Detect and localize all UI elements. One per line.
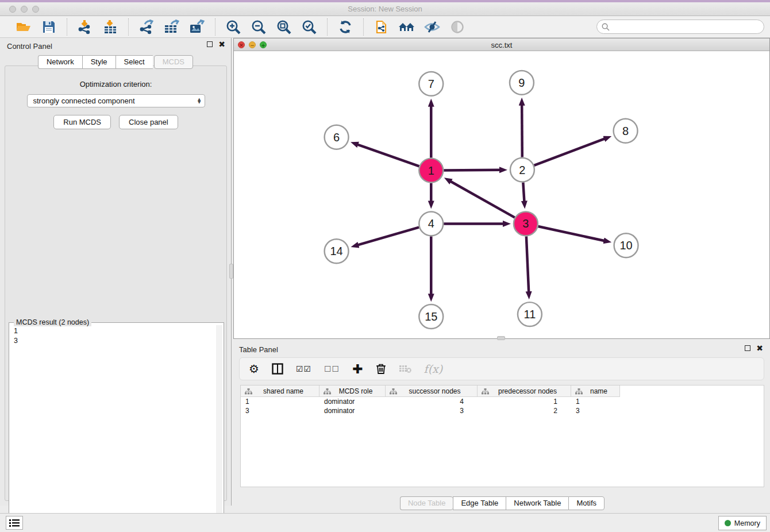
- graph-node-8[interactable]: 8: [614, 119, 638, 143]
- graph-node-11[interactable]: 11: [518, 302, 542, 326]
- zoom-in-icon: [226, 20, 241, 34]
- node-label: 15: [425, 310, 437, 323]
- graph-node-14[interactable]: 14: [325, 239, 349, 263]
- criterion-value: strongly connected component: [33, 97, 198, 105]
- export-image-button[interactable]: [188, 18, 206, 36]
- export-network-button[interactable]: [138, 18, 155, 36]
- mcds-tab-content: Optimization criterion: strongly connect…: [5, 65, 227, 501]
- mcds-result-list[interactable]: 1 3: [10, 325, 215, 532]
- table-row[interactable]: 3dominator323: [241, 406, 764, 415]
- edge-1-6[interactable]: [357, 144, 419, 166]
- show-button[interactable]: [449, 18, 466, 36]
- network-document-button[interactable]: [373, 18, 390, 36]
- import-table-button[interactable]: [102, 18, 119, 36]
- node-label: 1: [428, 164, 434, 177]
- zoom-fit-icon: [276, 20, 291, 34]
- graph-node-7[interactable]: 7: [419, 72, 443, 96]
- edge-2-9[interactable]: [522, 105, 522, 157]
- float-table-panel-icon[interactable]: [745, 345, 750, 351]
- hide-icon: [424, 21, 440, 33]
- save-session-button[interactable]: [40, 18, 57, 36]
- zoom-out-icon: [251, 20, 266, 34]
- close-panel-button[interactable]: Close panel: [119, 115, 178, 129]
- tab-mcds[interactable]: MCDS: [154, 55, 193, 69]
- refresh-layout-button[interactable]: [337, 18, 354, 36]
- zoom-out-button[interactable]: [250, 18, 267, 36]
- select-all-icon[interactable]: ☑☑: [296, 364, 311, 373]
- session-title: Session: New Session: [0, 5, 770, 13]
- tab-network[interactable]: Network: [38, 55, 82, 69]
- network-graph[interactable]: 7968124314101511: [234, 51, 769, 338]
- home-button[interactable]: [398, 18, 415, 36]
- settings-gear-icon[interactable]: ⚙: [249, 362, 259, 376]
- edge-3-11[interactable]: [526, 236, 529, 292]
- table-cell: 2: [478, 406, 571, 415]
- node-label: 2: [519, 164, 525, 176]
- vertical-splitter-grip[interactable]: [229, 264, 233, 279]
- refresh-layout-icon: [338, 20, 353, 34]
- tab-select[interactable]: Select: [116, 55, 153, 69]
- delete-icon[interactable]: [376, 363, 386, 375]
- edge-1-2[interactable]: [444, 170, 500, 171]
- memory-button[interactable]: Memory: [718, 516, 767, 530]
- table-header-row: shared nameMCDS rolesuccessor nodesprede…: [241, 385, 764, 397]
- tab-style[interactable]: Style: [82, 55, 116, 69]
- zoom-fit-button[interactable]: [275, 18, 292, 36]
- graph-node-4[interactable]: 4: [419, 211, 443, 236]
- add-column-icon[interactable]: ✚: [352, 362, 363, 376]
- edge-3-10[interactable]: [538, 226, 605, 241]
- search-box[interactable]: [596, 20, 764, 34]
- app-titlebar: Session: New Session: [0, 0, 770, 16]
- hide-button[interactable]: [424, 18, 441, 36]
- search-input[interactable]: [610, 21, 764, 33]
- memory-label: Memory: [734, 519, 760, 527]
- edge-3-1[interactable]: [450, 181, 515, 217]
- graph-node-2[interactable]: 2: [510, 158, 534, 182]
- tab-motifs[interactable]: Motifs: [568, 496, 605, 510]
- deselect-all-icon[interactable]: ☐☐: [324, 364, 340, 373]
- control-panel-title: Control Panel: [7, 42, 52, 51]
- criterion-select[interactable]: strongly connected component ▲▼: [27, 94, 205, 107]
- tab-network-table[interactable]: Network Table: [506, 496, 568, 510]
- column-header-shared-name[interactable]: shared name: [241, 385, 319, 397]
- column-header-name[interactable]: name: [571, 385, 620, 397]
- edge-2-8[interactable]: [534, 138, 605, 165]
- node-label: 3: [522, 217, 529, 230]
- horizontal-splitter-grip[interactable]: [497, 336, 505, 340]
- run-mcds-button[interactable]: Run MCDS: [53, 115, 111, 129]
- float-panel-icon[interactable]: [207, 41, 213, 47]
- columns-icon[interactable]: [272, 363, 283, 375]
- task-history-button[interactable]: [6, 516, 23, 530]
- column-header-successor-nodes[interactable]: successor nodes: [386, 385, 478, 397]
- graph-node-10[interactable]: 10: [614, 233, 638, 257]
- graph-node-3[interactable]: 3: [514, 211, 538, 236]
- toolbar-separator: [327, 18, 328, 36]
- close-panel-icon[interactable]: ✖: [218, 41, 225, 47]
- open-file-button[interactable]: [15, 18, 32, 36]
- network-document-icon: [375, 19, 388, 35]
- graph-node-9[interactable]: 9: [510, 71, 534, 95]
- optimization-label: Optimization criterion:: [5, 80, 226, 88]
- column-header-MCDS-role[interactable]: MCDS role: [319, 385, 386, 397]
- table-row[interactable]: 1dominator411: [241, 397, 764, 406]
- tab-node-table[interactable]: Node Table: [400, 496, 453, 510]
- export-table-button[interactable]: [163, 18, 180, 36]
- export-table-icon: [164, 20, 179, 34]
- close-table-panel-icon[interactable]: ✖: [756, 345, 763, 351]
- zoom-selected-button[interactable]: [301, 18, 318, 36]
- zoom-in-button[interactable]: [225, 18, 242, 36]
- network-window-titlebar[interactable]: ✕ − + scc.txt: [234, 38, 769, 51]
- open-file-icon: [16, 21, 31, 33]
- network-canvas[interactable]: 7968124314101511: [234, 51, 769, 338]
- import-network-button[interactable]: [76, 18, 94, 36]
- chevron-up-down-icon: ▲▼: [198, 98, 201, 104]
- tab-edge-table[interactable]: Edge Table: [453, 496, 506, 510]
- graph-node-15[interactable]: 15: [419, 304, 443, 329]
- graph-node-1[interactable]: 1: [419, 159, 443, 183]
- result-scrollbar[interactable]: [216, 325, 222, 532]
- edge-4-14[interactable]: [357, 228, 419, 245]
- table-tabs: Node TableEdge TableNetwork TableMotifs: [233, 496, 770, 510]
- edge-2-3[interactable]: [523, 182, 524, 202]
- column-header-predecessor-nodes[interactable]: predecessor nodes: [478, 385, 571, 397]
- graph-node-6[interactable]: 6: [325, 125, 349, 149]
